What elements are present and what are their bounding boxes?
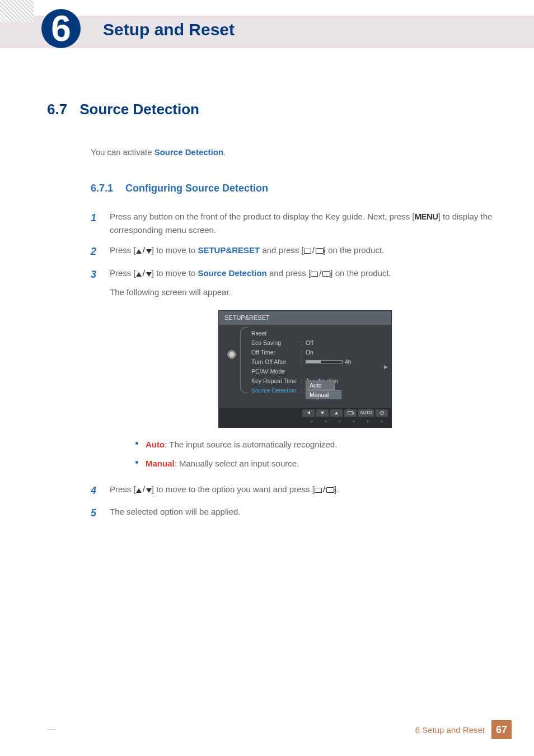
intro-keyword: Source Detection <box>154 147 223 157</box>
up-icon <box>136 268 142 281</box>
step-2-text-a: Press [ <box>110 245 136 255</box>
enter-icon <box>326 484 334 497</box>
scroll-down-icon: ▾ <box>245 395 391 404</box>
osd-pcav-label: PC/AV Mode <box>251 367 301 376</box>
step-3-keyword: Source Detection <box>198 268 266 278</box>
step-number: 5 <box>91 505 100 521</box>
osd-reset-label: Reset <box>251 329 301 338</box>
step-3-text-d: ] on the product. <box>330 268 391 278</box>
osd-enter-button <box>344 409 357 417</box>
subsection-title: Configuring Source Detection <box>125 183 268 194</box>
bullet-auto-hl: Auto <box>146 440 165 449</box>
osd-keyrepeat-label: Key Repeat Time <box>251 376 301 386</box>
slash-icon: / <box>142 484 146 494</box>
up-icon <box>136 245 142 258</box>
enter-icon <box>316 245 324 258</box>
subsection-number: 6.7.1 <box>91 183 113 194</box>
step-5: 5 The selected option will be applied. <box>91 505 500 521</box>
slash-icon: / <box>318 268 322 278</box>
page-footer: 6 Setup and Reset 67 <box>0 720 534 739</box>
step-5-text: The selected option will be applied. <box>110 505 500 521</box>
bullet-auto-text: : The input source is automatically reco… <box>165 440 337 449</box>
rect-icon <box>311 268 318 281</box>
osd-screenshot: SETUP&RESET Reset Eco Saving:Off Off Tim… <box>218 310 392 428</box>
step-2-text-c: and press [ <box>260 245 303 255</box>
gear-icon <box>227 349 237 360</box>
slash-icon: / <box>142 268 146 278</box>
step-number: 1 <box>91 210 100 237</box>
slash-icon: / <box>311 245 316 255</box>
step-1: 1 Press any button on the front of the p… <box>91 210 500 237</box>
step-3-text-b: ] to move to <box>152 268 198 278</box>
osd-down-button <box>316 409 329 417</box>
chapter-badge: 6 <box>41 9 81 48</box>
osd-up-button <box>330 409 343 417</box>
section-heading: 6.7 Source Detection <box>47 101 500 118</box>
osd-turnoff-val: 4h <box>345 357 352 367</box>
chevron-right-icon: ▶ <box>384 363 388 371</box>
step-number: 2 <box>91 244 100 260</box>
osd-title: SETUP&RESET <box>219 311 391 325</box>
osd-source-opt1: Auto <box>306 381 335 390</box>
step-2-text-d: ] on the product. <box>324 245 384 255</box>
step-2-text-b: ] to move to <box>152 245 198 255</box>
bullet-manual-text: : Manually select an input source. <box>175 459 299 468</box>
osd-back-button <box>302 409 315 417</box>
step-number: 3 <box>91 267 100 476</box>
down-icon <box>146 245 152 258</box>
rect-icon <box>315 484 322 497</box>
enter-icon <box>322 268 330 281</box>
step-number: 4 <box>91 483 100 499</box>
step-4-text-a: Press [ <box>110 484 136 494</box>
osd-eco-val: Off <box>306 338 313 348</box>
intro-prefix: You can activate <box>91 147 154 157</box>
rect-icon <box>304 245 311 258</box>
page-number: 67 <box>491 720 512 739</box>
up-icon <box>136 484 142 497</box>
intro-paragraph: You can activate Source Detection. <box>91 147 500 157</box>
osd-offtimer-label: Off Timer <box>251 348 301 357</box>
osd-turnoff-label: Turn Off After <box>251 357 301 367</box>
step-4-text-b: ] to move to the option you want and pre… <box>152 484 315 494</box>
subsection-heading: 6.7.1 Configuring Source Detection <box>91 183 500 194</box>
bullet-auto: Auto: The input source is automatically … <box>133 438 500 451</box>
step-3-followup: The following screen will appear. <box>110 286 500 299</box>
step-3-text-c: and press [ <box>267 268 311 278</box>
footer-text: 6 Setup and Reset <box>415 725 485 735</box>
slash-icon: / <box>142 245 146 255</box>
slash-icon: / <box>322 484 326 494</box>
section-number: 6.7 <box>47 101 67 118</box>
corner-hatch <box>0 0 34 22</box>
step-4: 4 Press [/] to move to the option you wa… <box>91 483 500 499</box>
step-2-keyword: SETUP&RESET <box>198 245 260 255</box>
chapter-number: 6 <box>51 11 71 46</box>
osd-button-bar: AUTO <box>219 408 391 418</box>
step-3: 3 Press [/] to move to Source Detection … <box>91 267 500 476</box>
intro-suffix: . <box>223 147 226 157</box>
chapter-title: Setup and Reset <box>103 20 235 39</box>
bullet-manual: Manual: Manually select an input source. <box>133 457 500 470</box>
bullet-manual-hl: Manual <box>146 459 175 468</box>
step-2: 2 Press [/] to move to SETUP&RESET and p… <box>91 244 500 260</box>
menu-keyword: MENU <box>414 212 438 221</box>
osd-power-button <box>376 409 388 417</box>
down-icon <box>146 484 152 497</box>
down-icon <box>146 268 152 281</box>
osd-eco-label: Eco Saving <box>251 338 301 348</box>
step-1-text-a: Press any button on the front of the pro… <box>110 212 414 221</box>
section-title: Source Detection <box>79 101 199 118</box>
osd-auto-button: AUTO <box>358 409 374 417</box>
osd-source-opt2: Manual <box>306 390 341 399</box>
osd-source-label: Source Detection <box>251 386 301 395</box>
osd-offtimer-val: On <box>306 348 313 357</box>
step-3-text-a: Press [ <box>110 268 136 278</box>
